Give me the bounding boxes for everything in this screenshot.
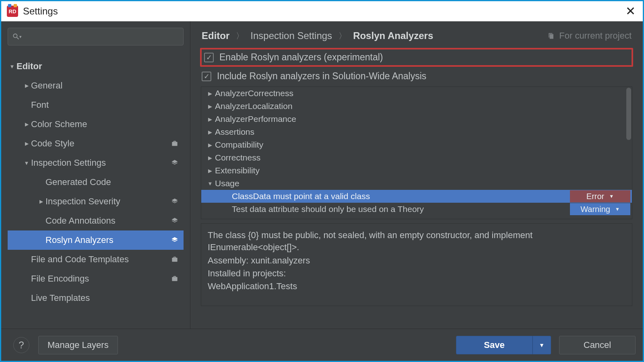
breadcrumb-inspection-settings[interactable]: Inspection Settings: [250, 30, 332, 41]
sidebar-item-general[interactable]: General: [8, 76, 184, 95]
severity-dropdown[interactable]: Error▼: [570, 190, 630, 202]
save-dropdown-button[interactable]: ▼: [533, 336, 551, 354]
chevron-right-icon: [22, 141, 31, 146]
tree-node-label: Correctness: [215, 153, 260, 162]
enable-roslyn-checkbox[interactable]: [204, 53, 214, 62]
manage-layers-label: Manage Layers: [47, 340, 109, 350]
tree-node[interactable]: Compatibility: [201, 138, 632, 151]
tree-leaf-classdata[interactable]: ClassData must point at a valid class Er…: [201, 190, 632, 203]
chevron-right-icon: [205, 155, 215, 161]
cancel-button[interactable]: Cancel: [559, 336, 636, 354]
chevron-down-icon: [8, 64, 17, 70]
tree-node-usage[interactable]: Usage: [201, 177, 632, 190]
sidebar-item-file-code-templates[interactable]: File and Code Templates: [8, 250, 184, 269]
tree-node[interactable]: Correctness: [201, 151, 632, 164]
chevron-right-icon: 〉: [236, 31, 244, 41]
chevron-right-icon: [205, 90, 215, 97]
tree-node-label: Assertions: [215, 127, 254, 137]
titlebar: RD Settings ✕: [1, 1, 643, 21]
description-line: Installed in projects:: [208, 267, 625, 280]
sidebar-item-color-scheme[interactable]: Color Scheme: [8, 115, 184, 134]
include-swa-checkbox-row: Include Roslyn analyzers in Solution-Wid…: [190, 68, 643, 84]
sidebar-item-code-style[interactable]: Code Style: [8, 134, 184, 153]
tree-node[interactable]: AnalyzerPerformance: [201, 113, 632, 125]
sidebar-item-generated-code[interactable]: Generated Code: [8, 173, 184, 192]
sidebar-item-label: Inspection Severity: [45, 196, 120, 207]
sidebar-item-label: Code Annotations: [45, 216, 116, 226]
save-label: Save: [484, 340, 504, 350]
layers-icon: [170, 236, 180, 244]
tree-leaf-label: Test data attribute should only be used …: [215, 204, 424, 214]
scope-label[interactable]: For current project: [547, 31, 632, 41]
sidebar-item-inspection-settings[interactable]: Inspection Settings: [8, 153, 184, 173]
enable-roslyn-checkbox-row: Enable Roslyn analyzers (experimental): [200, 48, 633, 67]
sidebar-item-label: Generated Code: [45, 177, 111, 187]
footer: ? Manage Layers Save ▼ Cancel: [1, 329, 643, 361]
close-icon[interactable]: ✕: [625, 5, 636, 17]
chevron-down-icon: ▼: [615, 206, 620, 212]
sidebar-item-label: Code Style: [31, 138, 74, 149]
briefcase-icon: [170, 275, 180, 283]
chevron-right-icon: [205, 168, 215, 174]
tree-node-label: Compatibility: [215, 140, 263, 150]
tree-node[interactable]: Assertions: [201, 125, 632, 138]
chevron-right-icon: [22, 83, 31, 88]
sidebar-item-code-annotations[interactable]: Code Annotations: [8, 211, 184, 230]
content-pane: Editor 〉 Inspection Settings 〉 Roslyn An…: [190, 21, 643, 329]
tree-node-label: AnalyzerPerformance: [215, 114, 296, 124]
sidebar: ▾ Editor General Font Color Scheme: [1, 21, 190, 329]
chevron-right-icon: [205, 129, 215, 135]
tree-node[interactable]: AnalyzerCorrectness: [201, 87, 632, 100]
search-icon: [12, 33, 20, 41]
tree-node[interactable]: Extensibility: [201, 164, 632, 177]
tree-leaf-testdata[interactable]: Test data attribute should only be used …: [201, 203, 632, 216]
chevron-right-icon: [22, 121, 31, 127]
breadcrumb-roslyn-analyzers[interactable]: Roslyn Analyzers: [353, 30, 433, 41]
cancel-label: Cancel: [584, 340, 611, 350]
severity-dropdown[interactable]: Warning▼: [570, 203, 630, 215]
chevron-right-icon: [205, 103, 215, 109]
sidebar-item-font[interactable]: Font: [8, 95, 184, 115]
manage-layers-button[interactable]: Manage Layers: [38, 336, 118, 354]
briefcase-icon: [170, 255, 180, 263]
sidebar-item-label: Live Templates: [31, 293, 90, 303]
sidebar-item-label: Inspection Settings: [31, 158, 106, 168]
briefcase-icon: [170, 140, 180, 148]
chevron-right-icon: [205, 116, 215, 122]
sidebar-item-label: Editor: [17, 61, 42, 72]
severity-label: Error: [586, 192, 604, 201]
sidebar-item-inspection-severity[interactable]: Inspection Severity: [8, 192, 184, 211]
help-button[interactable]: ?: [13, 337, 29, 353]
scrollbar-thumb[interactable]: [626, 88, 631, 140]
sidebar-item-file-encodings[interactable]: File Encodings: [8, 269, 184, 288]
description-panel: The class {0} must be public, not sealed…: [201, 223, 632, 306]
chevron-right-icon: [205, 142, 215, 148]
include-swa-label: Include Roslyn analyzers in Solution-Wid…: [217, 71, 426, 82]
tree-node-label: AnalyzerLocalization: [215, 101, 293, 111]
breadcrumb-editor[interactable]: Editor: [202, 30, 229, 41]
tree-node-label: Extensibility: [215, 166, 260, 175]
sidebar-item-label: Font: [31, 100, 49, 110]
tree-node[interactable]: AnalyzerLocalization: [201, 100, 632, 113]
sidebar-item-label: Color Scheme: [31, 119, 87, 130]
main-split: ▾ Editor General Font Color Scheme: [1, 21, 643, 329]
sidebar-item-live-templates[interactable]: Live Templates: [8, 288, 184, 308]
enable-roslyn-label: Enable Roslyn analyzers (experimental): [219, 52, 383, 63]
scope-text: For current project: [559, 31, 632, 41]
tree-node-label: AnalyzerCorrectness: [215, 88, 293, 98]
save-button[interactable]: Save: [456, 336, 533, 354]
chevron-right-icon: [37, 199, 45, 204]
sidebar-item-label: Roslyn Analyzers: [45, 235, 114, 245]
sidebar-item-roslyn-analyzers[interactable]: Roslyn Analyzers: [8, 230, 184, 250]
sidebar-item-label: File Encodings: [31, 274, 89, 284]
chevron-down-icon: ▼: [609, 193, 614, 199]
sidebar-item-editor[interactable]: Editor: [8, 57, 184, 76]
sidebar-item-label: General: [31, 80, 62, 91]
include-swa-checkbox[interactable]: [202, 72, 211, 81]
description-line: Assembly: xunit.analyzers: [208, 255, 625, 267]
chevron-right-icon: 〉: [339, 31, 347, 41]
app-icon: RD: [7, 6, 18, 17]
search-dropdown-icon[interactable]: ▾: [19, 34, 22, 39]
search-input[interactable]: ▾: [8, 28, 184, 45]
chevron-down-icon: [205, 181, 215, 187]
